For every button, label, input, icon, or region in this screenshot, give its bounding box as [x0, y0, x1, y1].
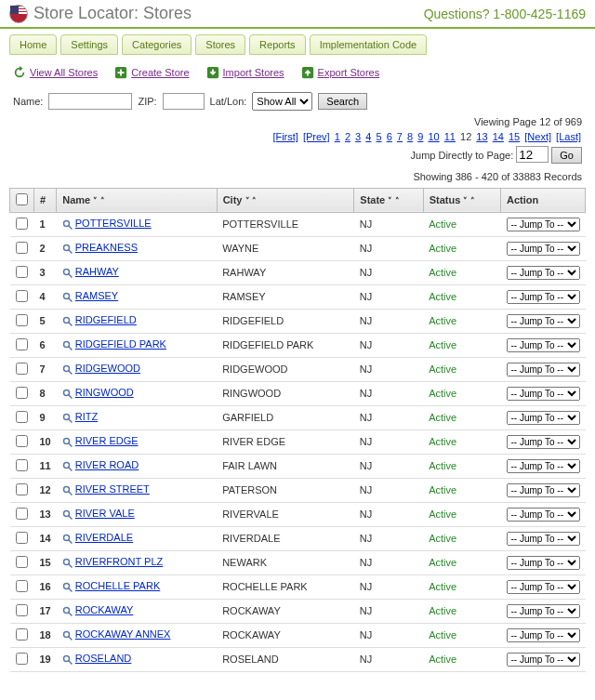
store-link[interactable]: PREAKNESS	[75, 242, 138, 253]
name-input[interactable]	[48, 93, 132, 110]
action-select[interactable]: -- Jump To --	[507, 218, 580, 231]
action-select[interactable]: -- Jump To --	[507, 653, 580, 667]
page-link[interactable]: 1	[335, 131, 340, 142]
import-link[interactable]: Import Stores	[223, 67, 284, 78]
page-link[interactable]: 7	[397, 131, 403, 142]
action-select[interactable]: -- Jump To --	[507, 556, 580, 570]
go-button[interactable]: Go	[551, 147, 582, 164]
store-link[interactable]: RITZ	[75, 411, 98, 422]
store-link[interactable]: RINGWOOD	[75, 387, 134, 398]
tab-settings[interactable]: Settings	[60, 34, 118, 55]
jump-input[interactable]	[516, 146, 549, 163]
row-checkbox[interactable]	[16, 604, 28, 616]
store-link[interactable]: RIVERFRONT PLZ	[75, 556, 164, 567]
row-checkbox[interactable]	[16, 363, 28, 375]
store-link[interactable]: ROCKAWAY ANNEX	[75, 628, 171, 640]
action-select[interactable]: -- Jump To --	[507, 290, 580, 304]
view-all-action[interactable]: View All Stores	[13, 66, 98, 79]
page-link[interactable]: [Last]	[556, 131, 581, 142]
store-link[interactable]: RIVER STREET	[75, 483, 150, 495]
action-select[interactable]: -- Jump To --	[507, 580, 580, 594]
tab-categories[interactable]: Categories	[122, 34, 192, 55]
row-checkbox[interactable]	[16, 314, 28, 326]
row-checkbox[interactable]	[16, 411, 28, 423]
action-select[interactable]: -- Jump To --	[507, 314, 580, 328]
action-select[interactable]: -- Jump To --	[507, 604, 580, 618]
action-select[interactable]: -- Jump To --	[507, 242, 580, 256]
view-all-link[interactable]: View All Stores	[30, 67, 98, 78]
store-link[interactable]: RIVER ROAD	[75, 459, 139, 470]
action-select[interactable]: -- Jump To --	[507, 387, 580, 401]
page-link[interactable]: 3	[355, 131, 361, 142]
row-checkbox[interactable]	[16, 483, 28, 495]
create-action[interactable]: Create Store	[114, 66, 189, 79]
page-link[interactable]: 14	[493, 131, 504, 142]
store-link[interactable]: RIVER VALE	[75, 508, 135, 519]
col-city[interactable]: City ˅ ˄	[217, 188, 354, 212]
row-checkbox[interactable]	[16, 653, 28, 665]
row-checkbox[interactable]	[16, 435, 28, 447]
page-link[interactable]: 9	[417, 131, 423, 142]
col-status[interactable]: Status ˅ ˄	[423, 188, 500, 212]
tab-implementation-code[interactable]: Implementation Code	[310, 34, 428, 55]
tab-stores[interactable]: Stores	[195, 34, 245, 55]
row-checkbox[interactable]	[16, 532, 28, 544]
row-checkbox[interactable]	[16, 266, 28, 278]
action-select[interactable]: -- Jump To --	[507, 459, 580, 473]
store-link[interactable]: RIDGEWOOD	[75, 363, 140, 374]
page-link[interactable]: 6	[387, 131, 392, 142]
row-checkbox[interactable]	[16, 580, 28, 592]
row-checkbox[interactable]	[16, 338, 28, 350]
row-checkbox[interactable]	[16, 508, 28, 520]
tab-home[interactable]: Home	[9, 34, 57, 55]
action-select[interactable]: -- Jump To --	[507, 483, 580, 497]
col-name[interactable]: Name ˅ ˄	[57, 188, 217, 212]
page-link[interactable]: 13	[476, 131, 487, 142]
page-link[interactable]: 15	[509, 131, 520, 142]
store-link[interactable]: RAMSEY	[75, 290, 118, 301]
select-all-checkbox[interactable]	[16, 193, 28, 205]
page-link[interactable]: [Next]	[524, 131, 551, 142]
store-link[interactable]: ROCKAWAY	[75, 604, 134, 615]
action-select[interactable]: -- Jump To --	[507, 338, 580, 352]
store-link[interactable]: ROSELAND	[75, 653, 132, 664]
page-link[interactable]: 4	[365, 131, 371, 142]
page-link[interactable]: 2	[345, 131, 350, 142]
page-link[interactable]: 10	[428, 131, 439, 142]
page-link[interactable]: 11	[444, 131, 456, 142]
search-button[interactable]: Search	[318, 93, 367, 110]
action-select[interactable]: -- Jump To --	[507, 411, 580, 425]
action-select[interactable]: -- Jump To --	[507, 266, 580, 280]
store-link[interactable]: RIVERDALE	[75, 532, 133, 543]
page-link[interactable]: 5	[376, 131, 381, 142]
action-select[interactable]: -- Jump To --	[507, 508, 580, 522]
store-link[interactable]: RIVER EDGE	[75, 435, 139, 446]
row-checkbox[interactable]	[16, 218, 28, 230]
import-action[interactable]: Import Stores	[206, 66, 284, 79]
store-link[interactable]: POTTERSVILLE	[75, 218, 152, 229]
page-link[interactable]: [Prev]	[303, 131, 330, 142]
store-link[interactable]: RIDGEFIELD PARK	[75, 338, 166, 350]
row-checkbox[interactable]	[16, 387, 28, 399]
zip-input[interactable]	[163, 93, 205, 110]
row-checkbox[interactable]	[16, 556, 28, 568]
action-select[interactable]: -- Jump To --	[507, 532, 580, 546]
page-link[interactable]: 8	[407, 131, 413, 142]
tab-reports[interactable]: Reports	[249, 34, 306, 55]
action-select[interactable]: -- Jump To --	[507, 435, 580, 449]
action-select[interactable]: -- Jump To --	[507, 363, 580, 376]
export-link[interactable]: Export Stores	[318, 67, 380, 78]
page-link[interactable]: [First]	[272, 131, 298, 142]
create-link[interactable]: Create Store	[131, 67, 189, 78]
store-link[interactable]: RAHWAY	[75, 266, 119, 277]
store-link[interactable]: RIDGEFIELD	[75, 314, 137, 325]
col-state[interactable]: State ˅ ˄	[354, 188, 423, 212]
row-checkbox[interactable]	[16, 290, 28, 302]
store-link[interactable]: ROCHELLE PARK	[75, 580, 161, 591]
export-action[interactable]: Export Stores	[301, 66, 380, 79]
row-checkbox[interactable]	[16, 459, 28, 471]
row-checkbox[interactable]	[16, 242, 28, 254]
latlon-select[interactable]: Show All	[252, 92, 312, 111]
row-checkbox[interactable]	[16, 628, 28, 641]
action-select[interactable]: -- Jump To --	[507, 628, 580, 642]
